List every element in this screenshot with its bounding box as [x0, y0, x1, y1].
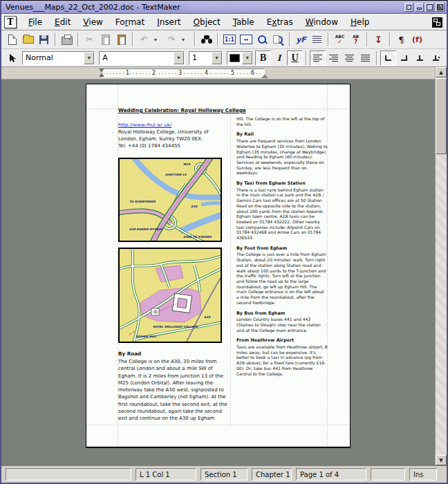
- fit-width-button[interactable]: ↔: [238, 32, 254, 47]
- first-line-indent-marker[interactable]: [99, 68, 104, 72]
- cut-button[interactable]: ✂: [82, 32, 97, 47]
- bold-button[interactable]: B: [255, 50, 271, 66]
- horizontal-ruler[interactable]: 1 2 3 4 5 6: [1, 67, 435, 80]
- minimize-button[interactable]: [415, 3, 424, 12]
- college-link[interactable]: http://www.rhul.ac.uk/: [118, 122, 227, 129]
- align-left-button[interactable]: [310, 50, 326, 66]
- map-campus[interactable]: ROYAL HOLLOWAY COLLEGE EGHAM HILL A30: [118, 248, 222, 343]
- paragraph-style-value: Normal: [23, 52, 84, 64]
- magnifier-icon: [257, 35, 268, 45]
- menu-extras[interactable]: Extras: [261, 16, 299, 28]
- object-mode-button[interactable]: [4, 50, 20, 66]
- menu-format[interactable]: Format: [109, 16, 151, 28]
- new-document-button[interactable]: [4, 32, 20, 47]
- section-paragraph[interactable]: The College is just over a mile from Egh…: [236, 252, 328, 305]
- campus-map-image: ROYAL HOLLOWAY COLLEGE EGHAM HILL A30: [120, 249, 221, 342]
- align-justify-button[interactable]: [357, 50, 373, 66]
- print-button[interactable]: [59, 32, 75, 47]
- chevron-down-icon[interactable]: ▾: [212, 52, 222, 64]
- insert-mode-indicator[interactable]: Ins: [409, 468, 437, 481]
- menu-view[interactable]: View: [77, 16, 109, 28]
- section-heading[interactable]: By Bus from Egham: [236, 311, 328, 317]
- maximize-button[interactable]: [425, 3, 434, 12]
- sticky-button[interactable]: [404, 3, 413, 12]
- paragraph-settings-button[interactable]: [309, 32, 325, 47]
- menu-object[interactable]: Object: [187, 16, 227, 28]
- undo-button[interactable]: ↶: [136, 32, 152, 47]
- zoom-selection-button[interactable]: [270, 32, 286, 47]
- formatting-marks-button[interactable]: ¶: [393, 32, 409, 47]
- section-paragraph[interactable]: The College is on the A30, 20 miles from…: [118, 358, 227, 422]
- zoom-100-button[interactable]: 1:1: [221, 32, 238, 47]
- address-line[interactable]: Royal Holloway College, University of: [118, 129, 227, 136]
- chevron-down-icon[interactable]: ▾: [242, 52, 252, 64]
- arrow-up-icon: ▲: [439, 70, 442, 75]
- page-heading[interactable]: Wedding Celebration: Royal Holloway Coll…: [118, 107, 227, 113]
- section-heading[interactable]: By Taxi from Egham Station: [236, 181, 328, 187]
- font-size-combo[interactable]: 1 ▾: [189, 51, 223, 65]
- font-color-combo[interactable]: ▾: [227, 51, 253, 65]
- restore-window-icon[interactable]: [432, 17, 442, 28]
- document-area: Wedding Celebration: Royal Holloway Coll…: [1, 80, 435, 465]
- paragraph-style-combo[interactable]: Normal ▾: [22, 51, 95, 65]
- section-paragraph[interactable]: Taxis are available from Heathrow airpor…: [236, 344, 328, 376]
- paste-button[interactable]: [113, 32, 129, 47]
- spellcheck-button[interactable]: ABC✓: [332, 32, 348, 47]
- save-button[interactable]: [36, 32, 52, 47]
- insert-field-button[interactable]: yF: [293, 32, 309, 47]
- tab-decimal-button[interactable]: [428, 50, 444, 66]
- chevron-down-icon[interactable]: ▾: [84, 52, 94, 64]
- section-heading[interactable]: By Foot from Egham: [236, 246, 328, 252]
- scroll-up-button[interactable]: ▲: [436, 67, 447, 77]
- font-value: A: [100, 52, 174, 64]
- address-line[interactable]: London, Egham, Surrey TW20 0EX.: [118, 136, 227, 142]
- close-button[interactable]: [436, 3, 445, 12]
- zoom-button[interactable]: [254, 32, 270, 47]
- thesaurus-button[interactable]: AB?: [348, 32, 364, 47]
- standard-toolbar: ✂ ↶ ▾ ↷ ▾ 1:1 ↔ yF ABC✓ AB? ↧ ¶ (f): [1, 30, 447, 49]
- binoculars-icon: [201, 35, 212, 44]
- tab-right-button[interactable]: [396, 50, 412, 66]
- open-folder-icon: [23, 36, 34, 44]
- redo-history-dropdown[interactable]: ▾: [180, 32, 192, 47]
- menu-file[interactable]: File: [22, 16, 48, 28]
- copy-button[interactable]: [97, 32, 113, 47]
- document-page[interactable]: Wedding Celebration: Royal Holloway Coll…: [86, 84, 351, 448]
- tab-left-button[interactable]: [380, 50, 396, 66]
- menu-insert[interactable]: Insert: [151, 16, 187, 28]
- right-indent-marker[interactable]: [261, 74, 268, 78]
- scroll-down-button[interactable]: ▼: [436, 455, 447, 465]
- align-center-button[interactable]: [342, 50, 357, 66]
- titlebar[interactable]: Venues___Maps_22_Oct_2002.doc - TextMake…: [1, 1, 447, 14]
- menu-help[interactable]: Help: [344, 16, 375, 28]
- map-junction13[interactable]: M25 JUNCTION 13 A30 TO RUNNYMEDE A30 EGH…: [118, 158, 222, 242]
- redo-button[interactable]: ↷: [164, 32, 180, 47]
- underline-button[interactable]: U: [287, 50, 303, 66]
- scrollbar-thumb[interactable]: [436, 78, 447, 154]
- align-right-button[interactable]: [326, 50, 342, 66]
- vertical-scrollbar[interactable]: ▲ ▼: [435, 67, 447, 465]
- tab-center-button[interactable]: [412, 50, 428, 66]
- menu-window[interactable]: Window: [299, 16, 344, 28]
- formula-button[interactable]: (f): [409, 32, 425, 47]
- goto-button[interactable]: ↧: [371, 32, 386, 47]
- section-paragraph[interactable]: There are frequent services from London …: [236, 138, 328, 176]
- document-icon[interactable]: T: [4, 16, 17, 28]
- goto-arrow-icon: ↧: [375, 35, 382, 45]
- italic-button[interactable]: I: [271, 50, 287, 66]
- left-indent-marker[interactable]: [99, 73, 104, 77]
- section-paragraph[interactable]: Hill. The College is on the left at the …: [236, 116, 328, 127]
- section-paragraph[interactable]: London Country buses 441 and 443 (Staine…: [236, 317, 328, 333]
- address-line[interactable]: Tel: +44 (0) 1784 434455: [118, 142, 227, 149]
- section-heading[interactable]: By Rail: [236, 132, 328, 138]
- menu-table[interactable]: Table: [227, 16, 261, 28]
- section-paragraph[interactable]: There is a taxi rank behind Egham statio…: [236, 187, 328, 241]
- undo-history-dropdown[interactable]: ▾: [152, 32, 164, 47]
- chevron-down-icon[interactable]: ▾: [174, 52, 184, 64]
- open-button[interactable]: [20, 32, 36, 47]
- section-heading[interactable]: By Road: [118, 351, 227, 357]
- font-combo[interactable]: A ▾: [99, 51, 185, 65]
- menu-edit[interactable]: Edit: [48, 16, 77, 28]
- section-heading[interactable]: From Heathrow Airport: [236, 338, 328, 344]
- find-button[interactable]: [198, 32, 214, 47]
